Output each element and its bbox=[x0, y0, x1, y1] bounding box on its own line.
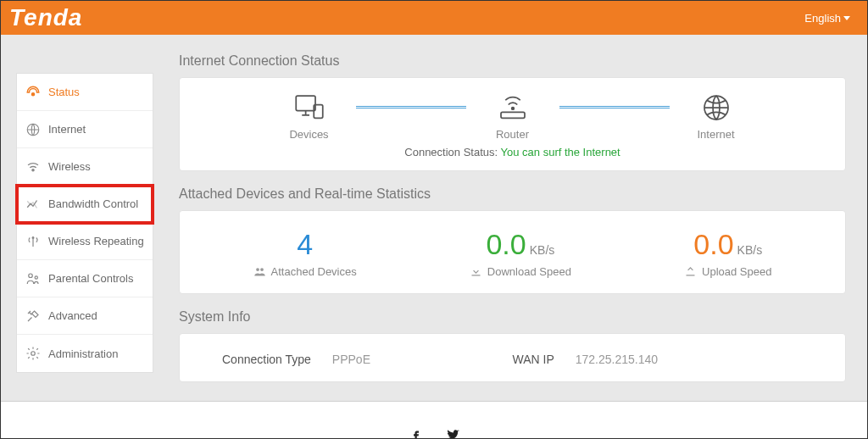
sidebar-item-label: Wireless Repeating bbox=[48, 235, 144, 247]
svg-point-0 bbox=[32, 92, 35, 95]
svg-point-12 bbox=[256, 268, 259, 271]
sidebar-item-label: Administration bbox=[48, 347, 118, 360]
language-label: English bbox=[804, 12, 841, 25]
connection-type-value: PPPoE bbox=[332, 353, 370, 366]
sidebar-menu: Status Internet Wireless Bandwidth Contr… bbox=[16, 73, 153, 373]
sidebar-item-parental-controls[interactable]: Parental Controls bbox=[17, 260, 153, 297]
connection-status-text: You can surf the Internet bbox=[501, 146, 620, 158]
connection-status-card: Devices Router Internet Connection Statu… bbox=[179, 77, 846, 171]
stat-upload-speed: 0.0KB/s Upload Speed bbox=[684, 230, 771, 278]
statistics-card: 4 Attached Devices 0.0KB/s Download Spee… bbox=[179, 210, 846, 294]
link-line bbox=[356, 106, 466, 108]
stat-attached-devices: 4 Attached Devices bbox=[253, 230, 357, 278]
sidebar-item-label: Parental Controls bbox=[48, 272, 133, 285]
upload-icon bbox=[684, 265, 697, 278]
antenna-icon bbox=[25, 234, 41, 249]
download-speed-label: Download Speed bbox=[487, 265, 571, 278]
top-bar: Tenda English bbox=[1, 1, 867, 35]
svg-rect-7 bbox=[296, 96, 315, 111]
facebook-icon bbox=[409, 427, 424, 439]
wan-ip-label: WAN IP bbox=[513, 353, 554, 366]
caret-down-icon bbox=[843, 16, 850, 20]
wifi-icon bbox=[25, 159, 41, 175]
sidebar: Status Internet Wireless Bandwidth Contr… bbox=[1, 35, 153, 401]
download-speed-unit: KB/s bbox=[530, 243, 555, 257]
attached-devices-label: Attached Devices bbox=[271, 265, 357, 278]
connection-status-line: Connection Status: You can surf the Inte… bbox=[197, 146, 828, 158]
upload-speed-unit: KB/s bbox=[737, 243, 763, 257]
svg-point-4 bbox=[29, 274, 33, 278]
download-speed-value: 0.0 bbox=[486, 228, 526, 260]
connection-type-label: Connection Type bbox=[222, 353, 311, 366]
tools-icon bbox=[25, 308, 41, 324]
internet-label: Internet bbox=[697, 128, 734, 141]
link-line bbox=[559, 106, 670, 108]
download-icon bbox=[470, 265, 482, 278]
dashboard-icon bbox=[25, 85, 41, 100]
upload-speed-value: 0.0 bbox=[693, 228, 733, 260]
sidebar-item-status[interactable]: Status bbox=[17, 74, 153, 111]
wan-ip-row: WAN IP 172.25.215.140 bbox=[513, 353, 804, 366]
router-icon bbox=[495, 90, 531, 125]
svg-point-2 bbox=[32, 169, 34, 170]
twitter-icon bbox=[445, 427, 460, 439]
sidebar-item-label: Bandwidth Control bbox=[48, 197, 138, 210]
upload-speed-label: Upload Speed bbox=[702, 265, 771, 278]
svg-point-6 bbox=[31, 352, 36, 356]
sidebar-item-advanced[interactable]: Advanced bbox=[17, 297, 153, 335]
gear-icon bbox=[25, 346, 41, 361]
stat-download-speed: 0.0KB/s Download Speed bbox=[470, 230, 571, 278]
facebook-link[interactable] bbox=[409, 427, 424, 439]
devices-node: Devices bbox=[263, 90, 356, 141]
main-content: Internet Connection Status Devices Route… bbox=[153, 35, 867, 401]
svg-point-3 bbox=[32, 236, 34, 238]
connection-type-row: Connection Type PPPoE bbox=[222, 353, 513, 366]
connection-status-prefix: Connection Status: bbox=[404, 146, 498, 158]
language-selector[interactable]: English bbox=[804, 12, 850, 25]
devices-label: Devices bbox=[289, 128, 328, 141]
section-title-statistics: Attached Devices and Real-time Statistic… bbox=[179, 186, 846, 202]
sidebar-item-label: Advanced bbox=[48, 309, 97, 322]
internet-icon bbox=[698, 90, 734, 125]
svg-point-9 bbox=[511, 108, 514, 110]
router-node: Router bbox=[466, 90, 559, 141]
users-icon bbox=[253, 265, 266, 278]
sidebar-item-label: Status bbox=[48, 86, 80, 98]
svg-point-13 bbox=[260, 268, 264, 271]
chart-icon bbox=[25, 197, 41, 212]
sidebar-item-wireless[interactable]: Wireless bbox=[17, 148, 153, 186]
globe-icon bbox=[25, 122, 41, 137]
svg-rect-10 bbox=[501, 112, 525, 118]
section-title-connection: Internet Connection Status bbox=[179, 53, 846, 69]
router-label: Router bbox=[496, 128, 529, 141]
devices-icon bbox=[292, 90, 327, 125]
wan-ip-value: 172.25.215.140 bbox=[576, 353, 658, 366]
section-title-system: System Info bbox=[179, 309, 846, 325]
internet-node: Internet bbox=[670, 90, 763, 141]
system-info-card: Connection Type PPPoE WAN IP 172.25.215.… bbox=[179, 333, 846, 382]
family-icon bbox=[25, 271, 41, 286]
svg-point-5 bbox=[35, 275, 37, 278]
sidebar-item-internet[interactable]: Internet bbox=[17, 111, 153, 148]
twitter-link[interactable] bbox=[445, 427, 460, 439]
brand-logo: Tenda bbox=[9, 4, 82, 31]
footer-bar bbox=[1, 401, 867, 438]
sidebar-item-bandwidth-control[interactable]: Bandwidth Control bbox=[17, 186, 153, 223]
sidebar-item-wireless-repeating[interactable]: Wireless Repeating bbox=[17, 223, 153, 260]
attached-devices-value: 4 bbox=[253, 230, 357, 258]
sidebar-item-label: Wireless bbox=[48, 160, 91, 173]
sidebar-item-administration[interactable]: Administration bbox=[17, 335, 153, 372]
sidebar-item-label: Internet bbox=[48, 123, 86, 136]
